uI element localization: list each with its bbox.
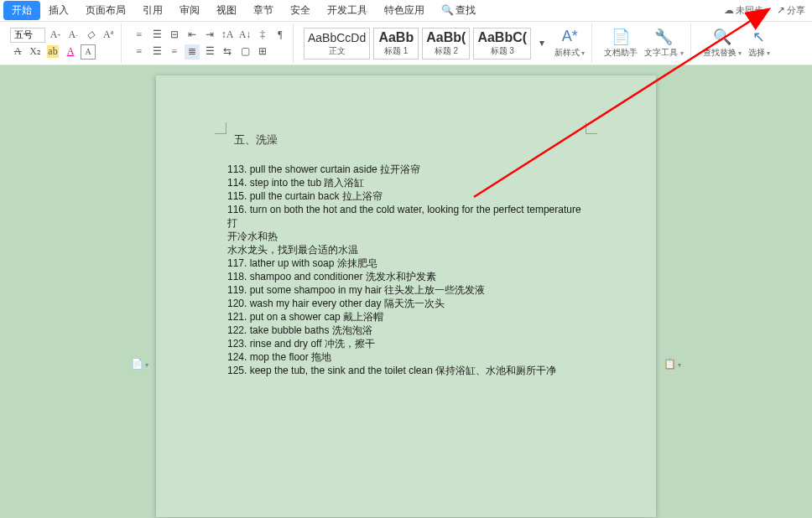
doc-line: 113. pull the shower curtain aside 拉开浴帘 <box>227 163 585 176</box>
magnifier-icon: 🔍 <box>713 28 731 46</box>
canvas-area: 五、洗澡 113. pull the shower curtain aside … <box>0 65 812 518</box>
margin-corner <box>215 122 226 134</box>
doc-line: 122. take bubble baths 洗泡泡浴 <box>227 324 585 337</box>
change-case-button[interactable]: Aª <box>101 28 116 43</box>
subscript-button[interactable]: X₂ <box>28 44 43 60</box>
styles-expand-button[interactable]: ▾ <box>534 36 549 51</box>
tools-group: 📄 文档助手 🔧 文字工具 <box>597 23 690 63</box>
pointer-icon: ↖ <box>752 28 765 46</box>
tab-set-button[interactable]: ⇆ <box>220 44 235 60</box>
style-preview: AaBb <box>377 30 414 45</box>
doc-helper-label: 文档助手 <box>604 47 638 59</box>
style-preview: AaBb( <box>426 30 466 45</box>
text-tools-button[interactable]: 🔧 文字工具 <box>643 28 684 59</box>
doc-line: 开冷水和热 <box>227 230 585 243</box>
tab-security[interactable]: 安全 <box>282 1 319 20</box>
find-replace-label: 查找替换 <box>703 47 742 59</box>
left-panel-toggle[interactable]: 📄 <box>131 358 148 370</box>
multilevel-button[interactable]: ⊟ <box>167 28 182 43</box>
bullets-button[interactable]: ≡ <box>132 28 147 43</box>
tab-insert[interactable]: 插入 <box>40 1 77 20</box>
select-button[interactable]: ↖ 选择 <box>747 28 772 59</box>
cloud-icon: ☁ <box>724 4 734 16</box>
find-replace-button[interactable]: 🔍 查找替换 <box>701 28 743 59</box>
doc-line: 125. keep the tub, the sink and the toil… <box>227 364 585 377</box>
ribbon-toolbar: A+ A- ◇ Aª A X₂ ab A A ≡ ☰ ⊟ ⇤ ⇥ ↕A <box>0 22 812 65</box>
text-tools-label: 文字工具 <box>644 47 683 59</box>
strikethrough-button[interactable]: A <box>10 44 25 60</box>
highlight-button[interactable]: ab <box>45 44 60 60</box>
search-label: 查找 <box>455 4 476 16</box>
doc-line: 115. pull the curtain back 拉上浴帘 <box>227 189 585 203</box>
right-panel-toggle[interactable]: 📋 <box>664 358 681 370</box>
style-label: 正文 <box>308 45 366 57</box>
numbering-button[interactable]: ☰ <box>149 28 164 43</box>
doc-line: 116. turn on both the hot and the cold w… <box>227 203 585 230</box>
doc-line: 117. lather up with soap 涂抹肥皂 <box>227 256 585 270</box>
char-shading-button[interactable]: A <box>81 44 96 60</box>
decrease-indent-button[interactable]: ⇤ <box>185 28 200 43</box>
align-right-button[interactable]: ≡ <box>167 44 182 60</box>
font-group: A+ A- ◇ Aª A X₂ ab A A <box>5 23 122 63</box>
document-page[interactable]: 五、洗澡 113. pull the shower curtain aside … <box>156 75 656 517</box>
new-style-label: 新样式 <box>554 47 585 59</box>
find-group: 🔍 查找替换 ↖ 选择 <box>696 23 777 63</box>
doc-section-title: 五、洗澡 <box>234 132 585 148</box>
new-style-button[interactable]: A* 新样式 <box>553 28 586 59</box>
sort-button[interactable]: A↓ <box>237 28 252 43</box>
doc-line: 119. put some shampoo in my hair 往头发上放一些… <box>227 283 585 297</box>
tab-references[interactable]: 引用 <box>134 1 171 20</box>
tab-page-layout[interactable]: 页面布局 <box>77 1 134 20</box>
styles-group: AaBbCcDd 正文 AaBb 标题 1 AaBb( 标题 2 AaBbC( … <box>299 23 592 63</box>
tab-view[interactable]: 视图 <box>208 1 245 20</box>
tab-chapter[interactable]: 章节 <box>245 1 282 20</box>
tab-start[interactable]: 开始 <box>3 1 40 20</box>
share-button[interactable]: ↗分享 <box>777 4 805 17</box>
doc-line: 120. wash my hair every other day 隔天洗一次头 <box>227 297 585 310</box>
new-style-icon: A* <box>562 28 578 46</box>
doc-line: 121. put on a shower cap 戴上浴帽 <box>227 310 585 324</box>
align-left-button[interactable]: ≡ <box>132 44 147 60</box>
doc-helper-button[interactable]: 📄 文档助手 <box>602 28 639 59</box>
select-label: 选择 <box>748 47 770 59</box>
font-size-select[interactable] <box>10 28 45 43</box>
margin-corner <box>586 122 597 134</box>
style-label: 标题 3 <box>477 45 527 57</box>
line-spacing-button[interactable]: ‡ <box>255 28 270 43</box>
style-normal[interactable]: AaBbCcDd 正文 <box>304 28 370 60</box>
tab-devtools[interactable]: 开发工具 <box>319 1 376 20</box>
wrench-icon: 🔧 <box>654 28 673 46</box>
distribute-button[interactable]: ☰ <box>202 44 217 60</box>
borders-button[interactable]: ⊞ <box>255 44 270 60</box>
share-label: 分享 <box>787 5 805 15</box>
share-icon: ↗ <box>777 4 785 16</box>
increase-indent-button[interactable]: ⇥ <box>202 28 217 43</box>
style-h2[interactable]: AaBb( 标题 2 <box>422 28 470 60</box>
clear-format-button[interactable]: ◇ <box>83 28 98 43</box>
tab-special[interactable]: 特色应用 <box>376 1 433 20</box>
grow-font-button[interactable]: A+ <box>48 28 63 43</box>
text-direction-button[interactable]: ↕A <box>220 28 235 43</box>
doc-line: 114. step into the tub 踏入浴缸 <box>227 176 585 189</box>
tab-review[interactable]: 审阅 <box>171 1 208 20</box>
search-icon: 🔍 <box>441 4 454 16</box>
style-h3[interactable]: AaBbC( 标题 3 <box>473 28 531 60</box>
doc-line: 118. shampoo and conditioner 洗发水和护发素 <box>227 270 585 283</box>
show-marks-button[interactable]: ¶ <box>273 28 288 43</box>
menu-bar: 开始 插入 页面布局 引用 审阅 视图 章节 安全 开发工具 特色应用 🔍查找 … <box>0 0 812 22</box>
shading-button[interactable]: ▢ <box>237 44 252 60</box>
doc-helper-icon: 📄 <box>612 28 630 46</box>
style-h1[interactable]: AaBb 标题 1 <box>373 28 419 60</box>
style-label: 标题 1 <box>377 45 414 57</box>
align-center-button[interactable]: ☰ <box>149 44 164 60</box>
sync-status[interactable]: ☁未同步 <box>724 4 768 17</box>
sync-label: 未同步 <box>736 5 768 15</box>
shrink-font-button[interactable]: A- <box>65 28 81 43</box>
font-color-button[interactable]: A <box>63 44 78 60</box>
style-preview: AaBbC( <box>477 30 527 45</box>
paragraph-group: ≡ ☰ ⊟ ⇤ ⇥ ↕A A↓ ‡ ¶ ≡ ☰ ≡ ≣ ☰ ⇆ ▢ ⊞ <box>127 23 294 63</box>
doc-line: 123. rinse and dry off 冲洗，擦干 <box>227 337 585 350</box>
style-label: 标题 2 <box>426 45 466 57</box>
search-button[interactable]: 🔍查找 <box>433 1 484 20</box>
align-justify-button[interactable]: ≣ <box>185 44 200 60</box>
